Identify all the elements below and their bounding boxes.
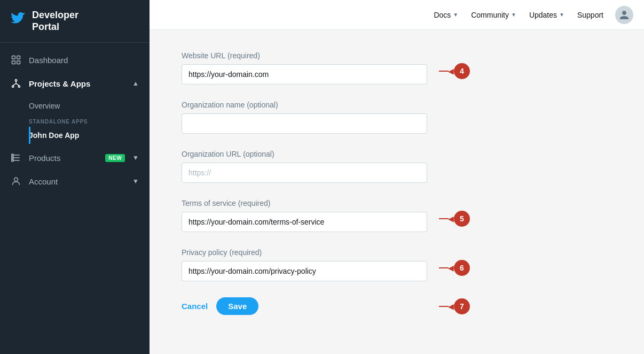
sidebar-item-projects[interactable]: Projects & Apps ▲ [0,72,150,95]
svg-rect-0 [12,56,15,59]
annotation-6: ◀ 6 [439,260,470,276]
sidebar-navigation: Dashboard Projects & Apps ▲ Overview STA… [0,43,150,198]
website-url-input[interactable] [182,64,427,84]
svg-line-8 [13,83,16,86]
projects-submenu: Overview STANDALONE APPS John Doe App [0,95,150,146]
projects-label: Projects & Apps [29,79,125,88]
user-avatar[interactable] [615,6,633,24]
privacy-label: Privacy policy (required) [182,248,427,257]
support-label: Support [577,11,603,19]
svg-rect-2 [12,61,15,64]
sidebar-subitem-app[interactable]: John Doe App [29,127,150,144]
org-name-input[interactable] [182,113,427,134]
projects-icon [11,78,21,89]
dashboard-label: Dashboard [29,56,139,65]
tos-group: Terms of service (required) ◀ 5 [182,199,427,232]
products-chevron: ▼ [132,154,139,161]
org-name-label: Organization name (optional) [182,101,427,109]
projects-chevron: ▲ [132,80,139,87]
svg-point-6 [18,86,20,87]
annotation-7: ◀ 7 [439,298,470,314]
products-new-badge: NEW [105,154,125,162]
topnav: Docs ▼ Community ▼ Updates ▼ Support [150,0,644,30]
org-url-label: Organization URL (optional) [182,150,427,158]
svg-rect-11 [12,157,13,159]
cancel-button[interactable]: Cancel [182,298,208,314]
topnav-docs[interactable]: Docs ▼ [428,7,464,22]
community-chevron: ▼ [511,12,516,18]
topnav-links: Docs ▼ Community ▼ Updates ▼ Support [428,7,609,22]
account-label: Account [29,177,125,186]
org-url-group: Organization URL (optional) [182,150,427,183]
org-url-input[interactable] [182,163,427,183]
svg-rect-3 [17,61,20,64]
sidebar-item-products[interactable]: Products NEW ▼ [0,146,150,170]
svg-point-5 [12,86,14,87]
sidebar: DeveloperPortal Dashboard [0,0,150,354]
svg-rect-12 [12,160,13,161]
brand-name: DeveloperPortal [32,10,78,33]
org-name-group: Organization name (optional) [182,101,427,134]
updates-label: Updates [529,11,557,19]
svg-point-13 [14,178,18,182]
topnav-support[interactable]: Support [572,7,609,22]
sidebar-item-dashboard[interactable]: Dashboard [0,48,150,72]
save-button[interactable]: Save [216,297,258,315]
twitter-logo [11,12,26,30]
community-label: Community [471,11,509,19]
svg-line-9 [16,83,19,86]
form-actions: Cancel Save ◀ 7 [182,297,427,315]
sidebar-subitem-overview[interactable]: Overview [29,97,150,114]
updates-chevron: ▼ [559,12,564,18]
account-icon [11,176,21,187]
form-section: Website URL (required) ◀ 4 Organization … [182,51,427,315]
standalone-apps-label: STANDALONE APPS [29,114,150,127]
docs-label: Docs [434,11,451,19]
annotation-4: ◀ 4 [439,63,470,79]
products-icon [11,152,21,163]
brand-area: DeveloperPortal [0,0,150,43]
tos-input[interactable] [182,212,427,232]
docs-chevron: ▼ [453,12,458,18]
topnav-updates[interactable]: Updates ▼ [524,7,570,22]
privacy-group: Privacy policy (required) ◀ 6 [182,248,427,281]
topnav-community[interactable]: Community ▼ [466,7,522,22]
svg-point-4 [15,80,17,81]
products-label: Products [29,153,98,163]
privacy-input[interactable] [182,261,427,281]
main-content: Website URL (required) ◀ 4 Organization … [150,30,644,354]
svg-rect-10 [12,155,13,156]
svg-rect-1 [17,56,20,59]
tos-label: Terms of service (required) [182,199,427,207]
annotation-5: ◀ 5 [439,211,470,227]
sidebar-item-account[interactable]: Account ▼ [0,170,150,193]
account-chevron: ▼ [132,178,139,185]
dashboard-icon [11,55,21,65]
website-url-group: Website URL (required) ◀ 4 [182,51,427,84]
website-url-label: Website URL (required) [182,51,427,60]
